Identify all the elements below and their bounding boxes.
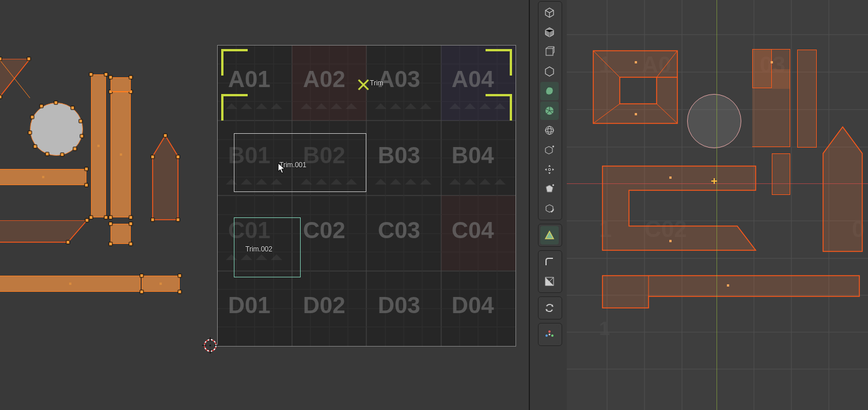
- mesh-object[interactable]: [601, 165, 757, 254]
- toolbar: [538, 1, 562, 346]
- cube-front-icon[interactable]: [540, 23, 559, 42]
- pie-icon[interactable]: [540, 101, 559, 120]
- grid-label: C02: [303, 217, 345, 243]
- grid-label: B04: [452, 142, 494, 168]
- trim-marker[interactable]: [358, 79, 369, 91]
- grid-label: D03: [378, 292, 420, 318]
- diagonal-fill-icon[interactable]: [540, 272, 559, 291]
- cube-transparent-icon[interactable]: [540, 3, 559, 22]
- grid-label: D04: [452, 292, 494, 318]
- svg-point-48: [548, 126, 551, 134]
- uv-island[interactable]: [151, 136, 179, 223]
- mesh-object[interactable]: [752, 49, 772, 88]
- grid-label: C03: [378, 217, 420, 243]
- grid-label: A03: [378, 66, 420, 92]
- x-axis: [567, 183, 868, 184]
- svg-point-46: [545, 126, 554, 134]
- viewport-3d[interactable]: 1 A0 03 1 C02 0 1: [567, 0, 868, 410]
- grid-label: A01: [228, 66, 270, 92]
- grid-label: A02: [303, 66, 345, 92]
- uv-island[interactable]: [0, 59, 33, 101]
- trim-label: Trim.002: [245, 245, 272, 253]
- mesh-object[interactable]: [601, 274, 861, 311]
- rounded-corner-icon[interactable]: [540, 253, 559, 271]
- mesh-object[interactable]: [797, 50, 817, 148]
- sphere-icon[interactable]: [540, 121, 559, 140]
- svg-marker-80: [823, 127, 862, 251]
- svg-marker-2: [153, 136, 178, 220]
- uv-island[interactable]: [111, 224, 131, 244]
- dots-cluster-icon[interactable]: [540, 325, 559, 344]
- cube-plus-icon[interactable]: [540, 141, 559, 159]
- svg-point-52: [545, 334, 548, 337]
- quad-arrow-icon[interactable]: [540, 200, 559, 218]
- grid-label: D02: [303, 292, 345, 318]
- decoration: [226, 101, 286, 111]
- uv-grid[interactable]: A01 A02 A03 A04 B01 B02 B03 B04 C01 C02 …: [217, 45, 516, 347]
- mesh-circle[interactable]: [687, 94, 741, 148]
- y-axis: [717, 0, 717, 410]
- svg-marker-3: [0, 220, 87, 242]
- svg-point-54: [549, 334, 551, 336]
- blob-icon[interactable]: [540, 82, 559, 100]
- triangle-up-icon[interactable]: [540, 226, 559, 245]
- svg-point-43: [210, 345, 211, 347]
- grid-label: D01: [228, 292, 270, 318]
- svg-point-51: [548, 330, 551, 333]
- polygon-plus-icon[interactable]: [540, 180, 559, 198]
- mesh-object[interactable]: [822, 126, 863, 255]
- svg-rect-44: [546, 48, 553, 55]
- grid-label: C04: [452, 217, 494, 243]
- sync-icon[interactable]: [540, 299, 559, 317]
- cube-wire-icon[interactable]: [540, 43, 559, 61]
- uv-island[interactable]: [111, 77, 131, 92]
- grid-label: A04: [452, 66, 494, 92]
- uv-island[interactable]: [0, 220, 88, 246]
- svg-point-49: [548, 168, 551, 171]
- cube-solid-icon[interactable]: [540, 62, 559, 81]
- svg-point-47: [545, 129, 554, 132]
- trim-label: Trim: [370, 79, 384, 87]
- move-arrows-icon[interactable]: [540, 160, 559, 179]
- mouse-pointer-icon: [278, 163, 286, 174]
- grid-label: B03: [378, 142, 420, 168]
- origin-marker: [711, 178, 717, 184]
- mesh-object[interactable]: [772, 153, 790, 195]
- cursor-2d: [202, 337, 218, 353]
- area-divider[interactable]: [529, 0, 530, 410]
- svg-point-53: [551, 334, 554, 337]
